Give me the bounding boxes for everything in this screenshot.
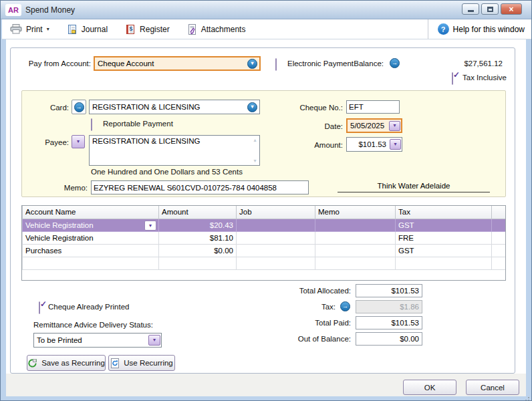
col-memo: Memo: [315, 206, 396, 219]
chevron-down-icon: ▾: [149, 223, 152, 229]
main-panel: Pay from Account: Cheque Account ▾ Elect…: [10, 47, 515, 374]
card-detail-button[interactable]: →: [72, 100, 86, 114]
total-paid-value: $101.53: [356, 316, 422, 329]
balance-label: Balance:: [331, 59, 384, 68]
reportable-payment-label: Reportable Payment: [103, 120, 173, 128]
cancel-button[interactable]: Cancel: [466, 380, 519, 395]
electronic-payment-checkbox[interactable]: [275, 58, 277, 71]
cheque-already-printed-checkbox[interactable]: ✓: [39, 301, 40, 314]
scroll-up-icon[interactable]: ▴: [253, 137, 256, 143]
remittance-status-label: Remittance Advice Delivery Status:: [33, 321, 153, 329]
total-allocated-label: Total Allocated:: [231, 287, 351, 295]
card-detail-arrow-icon: →: [74, 102, 84, 112]
col-tax: Tax: [396, 206, 492, 219]
scroll-down-icon[interactable]: ▾: [253, 158, 256, 164]
out-of-balance-value: $0.00: [356, 332, 422, 346]
amount-label: Amount:: [276, 141, 343, 149]
table-header-row: Account Name Amount Job Memo Tax: [23, 206, 506, 219]
attachments-button[interactable]: Attachments: [187, 24, 246, 35]
tax-label: Tax:: [235, 303, 336, 311]
memo-label: Memo:: [49, 184, 88, 192]
cheque-no-input[interactable]: [346, 100, 400, 114]
out-of-balance-label: Out of Balance:: [231, 335, 351, 343]
cheque-panel: Card: → REGISTRATION & LICENSING ▾ Chequ…: [21, 90, 506, 197]
print-caret-icon: ▾: [47, 26, 49, 32]
maximize-button[interactable]: [481, 3, 499, 15]
remittance-status-select[interactable]: To be Printed ▾: [33, 333, 162, 348]
col-amount: Amount: [159, 206, 237, 219]
register-button[interactable]: $ Register: [125, 24, 170, 35]
tax-value: $1.86: [356, 300, 422, 313]
table-row[interactable]: [23, 257, 506, 269]
maximize-icon: [487, 7, 493, 12]
use-recurring-icon: [110, 358, 120, 368]
save-recurring-icon: [27, 358, 37, 368]
check-icon: ✓: [40, 299, 47, 309]
reportable-payment-checkbox[interactable]: [91, 118, 92, 131]
balance-detail-arrow-icon[interactable]: →: [390, 58, 400, 68]
check-icon: ✓: [453, 70, 460, 80]
window-title: Spend Money: [25, 5, 75, 15]
minimize-icon: [468, 10, 474, 12]
tax-inclusive-label: Tax Inclusive: [462, 74, 507, 82]
tax-inclusive-checkbox[interactable]: ✓: [452, 72, 453, 85]
resize-grip[interactable]: [528, 397, 529, 398]
journal-icon: [67, 24, 78, 35]
total-allocated-value: $101.53: [356, 284, 422, 297]
chevron-down-icon: ▾: [393, 123, 396, 128]
chevron-down-icon: ▾: [153, 338, 156, 343]
close-button[interactable]: ×: [501, 3, 522, 15]
cheque-already-printed-label: Cheque Already Printed: [48, 303, 129, 311]
cheque-no-label: Cheque No.:: [249, 104, 343, 112]
chevron-down-icon: ▾: [77, 139, 80, 144]
total-paid-label: Total Paid:: [231, 319, 351, 327]
signature-line: Think Water Adelaide: [338, 182, 490, 192]
col-account-name: Account Name: [23, 206, 159, 219]
date-input[interactable]: 5/05/2025 ▾: [346, 118, 402, 133]
svg-text:$: $: [130, 25, 133, 31]
chevron-down-icon: ▾: [394, 142, 396, 147]
pay-from-account-label: Pay from Account:: [16, 59, 91, 68]
dialog-footer: OK Cancel: [6, 374, 526, 396]
payee-textarea[interactable]: REGISTRATION & LICENSING ▴ ▾: [89, 135, 260, 166]
attachments-icon: [187, 24, 197, 35]
card-label: Card:: [29, 104, 69, 112]
date-label: Date:: [276, 122, 343, 130]
spend-money-window: AR Spend Money × Print ▾ Journal $ Regis…: [0, 0, 532, 401]
help-button[interactable]: ? Help for this window: [428, 19, 525, 39]
content-area: Pay from Account: Cheque Account ▾ Elect…: [6, 39, 526, 396]
payee-scrollbar[interactable]: ▴ ▾: [251, 136, 259, 165]
account-dropdown-button[interactable]: ▾: [144, 221, 156, 231]
app-logo: AR: [5, 4, 21, 16]
memo-input[interactable]: [91, 180, 309, 194]
col-job: Job: [237, 206, 315, 219]
journal-button[interactable]: Journal: [67, 24, 108, 35]
payee-dropdown-button[interactable]: ▾: [72, 135, 85, 148]
printer-icon: [10, 24, 22, 34]
amount-dropdown-button[interactable]: ▾: [390, 139, 401, 150]
help-icon: ?: [438, 23, 449, 35]
date-dropdown-button[interactable]: ▾: [389, 121, 400, 131]
minimize-button[interactable]: [462, 3, 479, 15]
balance-value: $27,561.12: [412, 59, 503, 68]
register-icon: $: [125, 24, 136, 35]
close-icon: ×: [509, 5, 513, 14]
ok-button[interactable]: OK: [403, 380, 456, 395]
remittance-dropdown-button[interactable]: ▾: [148, 335, 160, 346]
table-row[interactable]: Vehicle Registration ▾ $20.43 GST: [23, 219, 506, 231]
pay-from-account-select[interactable]: Cheque Account ▾: [94, 56, 261, 71]
payee-label: Payee:: [29, 138, 69, 146]
use-recurring-button[interactable]: Use Recurring: [108, 355, 175, 371]
save-as-recurring-button[interactable]: Save as Recurring: [27, 355, 106, 371]
toolbar: Print ▾ Journal $ Register Attachments ?…: [2, 19, 531, 39]
tax-detail-arrow-icon[interactable]: →: [340, 301, 350, 311]
amount-input[interactable]: $101.53 ▾: [346, 137, 402, 152]
allocation-table: Account Name Amount Job Memo Tax Vehicle…: [21, 205, 506, 281]
title-bar[interactable]: AR Spend Money ×: [1, 1, 532, 19]
col-spacer: [492, 206, 506, 219]
chevron-down-icon[interactable]: ▾: [247, 59, 257, 69]
table-row[interactable]: Purchases $0.00 GST: [23, 244, 506, 257]
card-select[interactable]: REGISTRATION & LICENSING ▾: [89, 100, 260, 114]
table-row[interactable]: Vehicle Registration $81.10 FRE: [23, 231, 506, 244]
print-button[interactable]: Print ▾: [10, 24, 49, 34]
